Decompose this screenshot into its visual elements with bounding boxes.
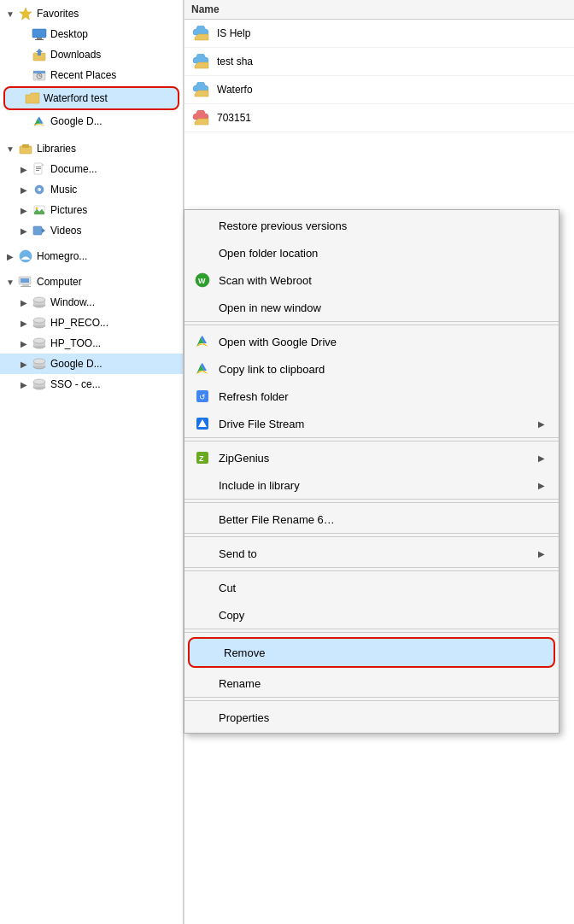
svg-rect-19 [36, 167, 41, 167]
menu-item-better-file-rename[interactable]: Better File Rename 6… [184, 506, 559, 534]
better-file-rename-icon [193, 510, 212, 529]
open-folder-icon [193, 243, 212, 262]
tree-arrow-homegroup [3, 249, 17, 263]
sidebar-item-sso[interactable]: SSO - ce... [0, 374, 183, 395]
svg-text:W: W [198, 277, 206, 285]
sidebar-item-windows[interactable]: Window... [0, 292, 183, 313]
refresh-folder-label: Refresh folder [219, 390, 545, 403]
name-column-header: Name [191, 3, 220, 15]
sidebar-item-favorites[interactable]: Favorites [0, 3, 183, 24]
file-name-waterfo: Waterfo [217, 84, 253, 96]
svg-marker-0 [20, 8, 32, 20]
sidebar-item-desktop[interactable]: Desktop [0, 24, 183, 44]
sidebar-item-homegroup[interactable]: Homegro... [0, 246, 183, 266]
menu-item-properties[interactable]: Properties [184, 704, 559, 731]
restore-label: Restore previous versions [219, 219, 545, 232]
refresh-icon: ↺ [193, 387, 212, 406]
menu-item-copy[interactable]: Copy [184, 601, 559, 629]
google-drive-label: Google D... [50, 358, 102, 370]
menu-item-remove[interactable]: Remove [188, 637, 555, 668]
computer-icon [17, 273, 34, 290]
homegroup-icon [17, 248, 34, 265]
library-icon [17, 140, 34, 157]
sidebar-item-music[interactable]: ♪ Music [0, 179, 183, 200]
file-item-waterfo[interactable]: Waterfo [184, 76, 574, 104]
windows-label: Window... [50, 296, 95, 308]
file-item-test-sha[interactable]: test sha [184, 48, 574, 76]
sidebar-item-google-favorites[interactable]: Google D... [0, 111, 183, 132]
svg-rect-32 [22, 284, 29, 286]
sidebar-item-hp-too[interactable]: HP_TOO... [0, 333, 183, 354]
sidebar: Favorites Desktop Downl [0, 0, 184, 924]
menu-item-copy-link[interactable]: Copy link to clipboard [184, 355, 559, 383]
sidebar-item-google-drive[interactable]: Google D... [0, 354, 183, 374]
send-to-label: Send to [219, 547, 531, 560]
open-new-window-label: Open in new window [219, 301, 545, 314]
separator-2 [184, 441, 559, 442]
sidebar-item-pictures[interactable]: Pictures [0, 200, 183, 220]
cloud-folder-icon-3 [191, 79, 212, 100]
sidebar-item-libraries[interactable]: Libraries [0, 138, 183, 159]
music-label: Music [50, 184, 77, 196]
copy-label: Copy [219, 609, 545, 622]
svg-text:Z: Z [199, 454, 204, 463]
tree-arrow-computer [3, 275, 17, 289]
properties-label: Properties [219, 711, 545, 724]
copy-icon [193, 605, 212, 624]
menu-item-open-folder-location[interactable]: Open folder location [184, 239, 559, 266]
separator-7 [184, 700, 559, 701]
menu-item-include-library[interactable]: Include in library ▶ [184, 471, 559, 500]
cloud-folder-icon-1 [191, 23, 212, 44]
menu-item-open-google-drive[interactable]: Open with Google Drive [184, 328, 559, 355]
new-window-icon [193, 298, 212, 317]
file-item-is-help[interactable]: IS Help [184, 20, 574, 48]
videos-label: Videos [50, 225, 81, 237]
svg-rect-2 [37, 38, 42, 39]
videos-icon [31, 222, 48, 239]
hp-reco-label: HP_RECO... [50, 317, 108, 329]
svg-marker-28 [42, 228, 45, 233]
file-name-is-help: IS Help [217, 27, 250, 39]
svg-rect-1 [32, 29, 46, 38]
menu-item-rename[interactable]: Rename [184, 670, 559, 698]
remove-icon [198, 643, 217, 662]
separator-5 [184, 570, 559, 571]
file-panel-header: Name [184, 0, 574, 20]
sidebar-item-downloads[interactable]: Downloads [0, 44, 183, 65]
menu-item-scan-webroot[interactable]: W Scan with Webroot [184, 266, 559, 294]
menu-item-zipgenius[interactable]: Z ZipGenius ▶ [184, 444, 559, 471]
tree-arrow-windows [17, 295, 31, 309]
svg-point-48 [33, 379, 45, 384]
sidebar-item-videos[interactable]: Videos [0, 220, 183, 241]
svg-rect-27 [33, 226, 42, 235]
tree-arrow-pictures [17, 203, 31, 217]
menu-item-drive-file-stream[interactable]: Drive File Stream ▶ [184, 410, 559, 438]
svg-rect-33 [20, 286, 31, 287]
sidebar-item-waterford-test[interactable]: Waterford test [3, 86, 179, 110]
drive-icon-google [31, 355, 48, 372]
zipgenius-arrow: ▶ [538, 453, 545, 463]
menu-item-refresh-folder[interactable]: ↺ Refresh folder [184, 383, 559, 410]
sidebar-item-documents[interactable]: Docume... [0, 159, 183, 179]
properties-icon [193, 708, 212, 727]
include-library-icon [193, 476, 212, 494]
tree-arrow-sso [17, 377, 31, 391]
svg-rect-20 [36, 168, 41, 169]
tree-arrow-hp-too [17, 336, 31, 350]
menu-item-open-new-window[interactable]: Open in new window [184, 294, 559, 322]
sidebar-item-computer[interactable]: Computer [0, 272, 183, 292]
menu-item-restore-versions[interactable]: Restore previous versions [184, 212, 559, 239]
recent-icon [31, 67, 48, 84]
sidebar-item-hp-reco[interactable]: HP_RECO... [0, 313, 183, 333]
sso-label: SSO - ce... [50, 378, 101, 390]
menu-item-send-to[interactable]: Send to ▶ [184, 540, 559, 568]
file-name-test-sha: test sha [217, 56, 253, 67]
open-folder-label: Open folder location [219, 247, 545, 260]
file-item-703151[interactable]: 703151 [184, 104, 574, 132]
open-google-drive-label: Open with Google Drive [219, 336, 545, 348]
send-to-icon [193, 544, 212, 563]
sidebar-item-recent-places[interactable]: Recent Places [0, 65, 183, 85]
recent-label: Recent Places [50, 69, 116, 81]
svg-point-45 [33, 359, 45, 364]
menu-item-cut[interactable]: Cut [184, 574, 559, 601]
